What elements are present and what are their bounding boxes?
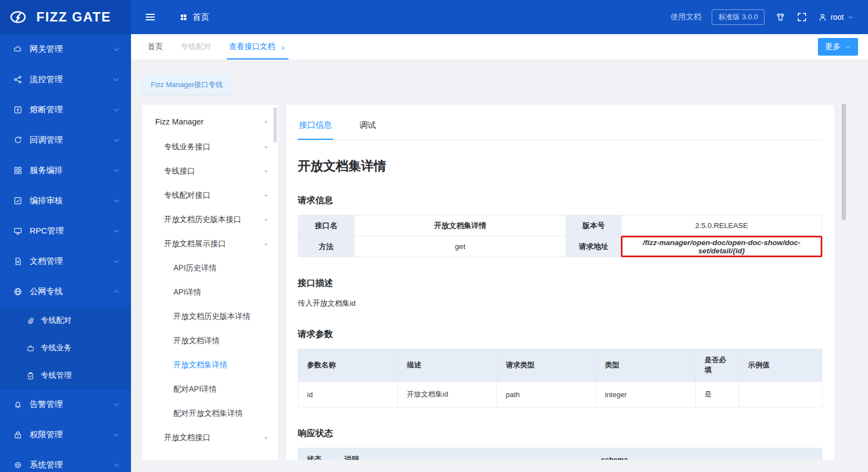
version-badge[interactable]: 标准版 3.0.0	[712, 9, 765, 25]
chevron-down-icon	[113, 258, 120, 265]
tree-leaf-pair-open-doc-set-detail[interactable]: 配对开放文档集详情	[142, 402, 278, 426]
user-icon	[818, 13, 827, 22]
sidebar-item-orchestration-review[interactable]: 编排审核	[0, 186, 131, 216]
tree-group-label: 专线业务接口	[164, 142, 210, 152]
close-icon[interactable]	[280, 44, 286, 50]
param-request-type: path	[497, 382, 596, 408]
topbar-home-nav[interactable]: 首页	[179, 12, 209, 23]
section-request-params: 请求参数	[298, 329, 822, 340]
sidebar-item-rpc[interactable]: RPC管理	[0, 216, 131, 246]
tree-group-label: 开放文档接口	[164, 433, 210, 443]
tree-root-fizz-manager[interactable]: Fizz Manager	[142, 108, 278, 135]
tree-group-open-doc-show-api[interactable]: 开放文档展示接口	[142, 232, 278, 256]
param-example	[739, 382, 822, 408]
caret-up-icon	[263, 118, 269, 125]
tree-leaf-label: 开放文档详情	[173, 336, 220, 346]
more-button-label: 更多	[825, 42, 840, 52]
api-tree-panel: Fizz Manager 专线业务接口 专线接口 专线配对接口 开放文档历史版本…	[142, 105, 278, 460]
doc-tab-api-info[interactable]: 接口信息	[298, 113, 333, 140]
tree-group-line-api[interactable]: 专线接口	[142, 159, 278, 183]
info-label: 接口名	[298, 215, 354, 236]
tab-view-api-doc[interactable]: 查看接口文档	[229, 34, 286, 59]
tab-line-pair[interactable]: 专线配对	[181, 34, 211, 59]
chevron-down-icon	[113, 462, 120, 469]
tree-leaf-open-doc-set-detail[interactable]: 开放文档集详情	[142, 353, 278, 377]
caret-down-icon	[263, 168, 269, 175]
sidebar-subitem-line-manage[interactable]: 专线管理	[0, 362, 131, 389]
brand-logo[interactable]: FIZZ GATE	[0, 0, 131, 34]
tree-root-label: Fizz Manager	[155, 117, 204, 126]
sidebar-item-flow-control[interactable]: 流控管理	[0, 64, 131, 95]
sidebar-item-label: 权限管理	[30, 430, 63, 440]
doc-tabs: 接口信息 调试	[298, 113, 822, 140]
tree-leaf-api-history-detail[interactable]: API历史详情	[142, 256, 278, 280]
sidebar-item-label: 文档管理	[30, 256, 63, 267]
info-label: 方法	[298, 236, 354, 257]
sidebar-item-system[interactable]: 系统管理	[0, 450, 131, 472]
tree-leaf-open-doc-detail[interactable]: 开放文档详情	[142, 329, 278, 353]
sidebar-item-public-line[interactable]: 公网专线	[0, 276, 131, 307]
tree-leaf-label: API详情	[173, 287, 201, 297]
sidebar-subitem-line-business[interactable]: 专线业务	[0, 334, 131, 362]
sidebar-item-label: 服务编排	[30, 165, 63, 176]
tab-home[interactable]: 首页	[148, 34, 163, 59]
chevron-down-icon	[847, 14, 854, 20]
table-row: id 开放文档集id path integer 是	[298, 382, 822, 408]
param-type: integer	[596, 382, 696, 408]
main-scrollbar-thumb[interactable]	[842, 104, 846, 220]
content-area: Fizz Manager接口专线 Fizz Manager 专线业务接口 专线接…	[131, 59, 868, 472]
tree-group-label: 专线接口	[164, 166, 195, 176]
doc-tab-debug[interactable]: 调试	[358, 113, 377, 139]
info-label: 版本号	[566, 215, 621, 236]
chevron-down-icon	[113, 76, 120, 83]
sidebar-item-permission[interactable]: 权限管理	[0, 420, 131, 450]
chevron-down-icon	[113, 401, 120, 408]
column-header: 示例值	[739, 349, 822, 382]
theme-skin-icon[interactable]	[775, 12, 786, 23]
fullscreen-icon[interactable]	[796, 12, 807, 23]
clipboard-check-icon	[26, 372, 35, 380]
refresh-icon	[13, 135, 23, 145]
monitor-icon	[13, 226, 23, 236]
doc-title: 开放文档集详情	[298, 158, 822, 175]
column-header: 请求类型	[497, 349, 596, 382]
network-icon	[13, 287, 23, 296]
tree-leaf-api-detail[interactable]: API详情	[142, 280, 278, 305]
sidebar-item-document[interactable]: 文档管理	[0, 246, 131, 276]
more-button[interactable]: 更多	[818, 38, 858, 56]
hamburger-menu-icon[interactable]	[144, 11, 156, 23]
sidebar-item-label: 流控管理	[30, 74, 63, 85]
tree-group-open-doc-history-api[interactable]: 开放文档历史版本接口	[142, 208, 278, 232]
tree-group-line-business-api[interactable]: 专线业务接口	[142, 135, 278, 159]
sidebar-item-callback[interactable]: 回调管理	[0, 125, 131, 155]
tree-leaf-pair-api-detail[interactable]: 配对API详情	[142, 377, 278, 402]
collection-tag[interactable]: Fizz Manager接口专线	[142, 75, 232, 95]
grid-icon	[179, 13, 188, 21]
section-api-description: 接口描述	[298, 278, 822, 289]
sidebar-item-circuit-break[interactable]: 熔断管理	[0, 95, 131, 125]
tree-leaf-label: 配对开放文档集详情	[173, 409, 243, 419]
user-menu[interactable]: root	[818, 13, 854, 22]
chevron-up-icon	[113, 288, 120, 295]
column-header: 说明	[336, 448, 592, 460]
chevron-down-icon	[113, 197, 120, 204]
tree-scrollbar-thumb[interactable]	[274, 107, 277, 143]
tree-leaf-open-doc-history-detail[interactable]: 开放文档历史版本详情	[142, 305, 278, 329]
api-doc-panel: 接口信息 调试 开放文档集详情 请求信息 接口名 开放文档集详情 版本号 2.5…	[286, 105, 834, 460]
request-params-table: 参数名称 描述 请求类型 类型 是否必填 示例值 id 开放文档集id path…	[298, 349, 822, 408]
sidebar-item-orchestration[interactable]: 服务编排	[0, 155, 131, 186]
sidebar-item-label: 编排审核	[30, 196, 63, 206]
chevron-down-icon	[845, 44, 851, 50]
lock-icon	[13, 430, 23, 440]
tree-group-open-doc-api[interactable]: 开放文档接口	[142, 426, 278, 450]
sidebar-subitem-label: 专线配对	[41, 316, 72, 325]
tree-group-line-pair-api[interactable]: 专线配对接口	[142, 183, 278, 208]
tree-leaf-label: API历史详情	[173, 263, 217, 273]
tree-leaf-label: 配对API详情	[173, 384, 217, 394]
docs-link[interactable]: 使用文档	[670, 12, 701, 22]
sidebar-item-alarm[interactable]: 告警管理	[0, 389, 131, 420]
briefcase-icon	[26, 344, 35, 352]
sidebar-item-gateway[interactable]: 网关管理	[0, 34, 131, 64]
tree-group-label: 开放文档展示接口	[164, 239, 226, 249]
sidebar-subitem-line-pair[interactable]: 专线配对	[0, 307, 131, 334]
